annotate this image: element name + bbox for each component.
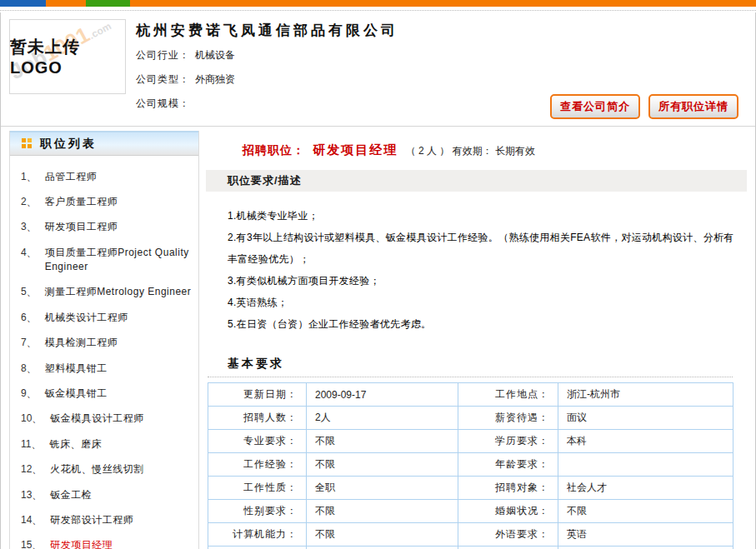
item-number: 8、: [10, 362, 37, 376]
job-title: 研发项目经理: [313, 142, 398, 157]
item-number: 2、: [10, 195, 37, 209]
job-link[interactable]: 钣金模具钳工: [45, 387, 108, 401]
sidebar-item-11[interactable]: 11、铣床、磨床: [10, 432, 193, 457]
item-number: 11、: [10, 437, 41, 452]
logo-placeholder-text: 暂未上传LOGO: [10, 36, 125, 77]
item-number: 1、: [10, 170, 37, 184]
field-label: 计算机能力：: [208, 523, 307, 547]
company-info-value: 机械设备: [195, 49, 235, 61]
item-number: 6、: [10, 311, 37, 325]
job-link[interactable]: 研发项目经理: [50, 538, 113, 549]
job-list-header: 职位列表: [10, 131, 198, 156]
job-link[interactable]: 铣床、磨床: [49, 437, 102, 452]
field-label: 薪资待遇：: [458, 407, 558, 430]
job-link[interactable]: 机械类设计工程师: [45, 311, 128, 325]
job-link[interactable]: 钣金工检: [50, 488, 92, 502]
field-label: 工作地点：: [458, 383, 558, 407]
job-link[interactable]: 测量工程师Metrology Engineer: [45, 285, 192, 299]
field-value: 浙江-杭州市: [558, 383, 733, 407]
job-link[interactable]: 钣金模具设计工程师: [50, 412, 144, 426]
field-label: 婚姻状况：: [458, 500, 558, 523]
job-list: 1、品管工程师2、客户质量工程师3、研发项目工程师4、项目质量工程师Projec…: [10, 156, 198, 549]
sidebar-item-13[interactable]: 13、钣金工检: [10, 482, 193, 507]
field-label: 外语要求：: [458, 523, 558, 547]
job-link[interactable]: 项目质量工程师Project Quality Engineer: [45, 246, 193, 275]
topbar-segment-blue: [0, 0, 46, 7]
field-value: [558, 453, 733, 477]
field-label: 专业要求：: [208, 430, 307, 453]
sidebar-item-2[interactable]: 2、客户质量工程师: [10, 189, 193, 214]
page: Job1001.com 暂未上传LOGO 杭州安费诺飞凤通信部品有限公司 公司行…: [0, 0, 756, 549]
sidebar-item-14[interactable]: 14、研发部设计工程师: [10, 507, 193, 532]
table-row: 性别要求：不限婚姻状况：不限: [208, 500, 733, 523]
field-label: 学历要求：: [458, 430, 558, 453]
field-value: 不限: [307, 430, 458, 453]
requirements-text: 1.机械类专业毕业；2.有3年以上结构设计或塑料模具、钣金模具设计工作经验。（熟…: [228, 205, 738, 335]
field-value: 英语: [558, 523, 733, 547]
company-info-label: 公司规模：: [136, 97, 190, 109]
job-link[interactable]: 客户质量工程师: [45, 195, 118, 209]
requirement-line-5: 5.在日资（台资）企业工作经验者优先考虑。: [228, 313, 738, 335]
company-header: Job1001.com 暂未上传LOGO 杭州安费诺飞凤通信部品有限公司 公司行…: [1, 12, 755, 127]
job-title-label: 招聘职位：: [243, 143, 305, 157]
field-value: 不限: [307, 523, 458, 547]
basic-requirements-table: 更新日期：2009-09-17工作地点：浙江-杭州市招聘人数：2人薪资待遇：面议…: [208, 382, 733, 549]
view-company-profile-button[interactable]: 查看公司简介: [550, 94, 640, 119]
field-value: 全职: [307, 477, 458, 500]
sidebar-item-8[interactable]: 8、塑料模具钳工: [10, 356, 193, 381]
basic-requirements-title: 基本要求: [228, 357, 747, 372]
all-jobs-button[interactable]: 所有职位详情: [648, 94, 738, 119]
sidebar-item-10[interactable]: 10、钣金模具设计工程师: [10, 407, 193, 432]
validity-value: 长期有效: [495, 145, 535, 157]
requirement-line-3: 3.有类似机械方面项目开发经验；: [228, 270, 738, 292]
content-frame: Job1001.com 暂未上传LOGO 杭州安费诺飞凤通信部品有限公司 公司行…: [0, 12, 756, 549]
sidebar-item-15[interactable]: 15、研发项目经理: [10, 533, 193, 549]
job-headcount: （ 2 人 ）: [406, 145, 450, 157]
header-buttons: 查看公司简介所有职位详情: [550, 94, 738, 119]
job-detail-panel: 招聘职位： 研发项目经理 （ 2 人 ） 有效期： 长期有效 职位要求/描述 1…: [206, 131, 747, 549]
job-title-line: 招聘职位： 研发项目经理 （ 2 人 ） 有效期： 长期有效: [243, 142, 747, 158]
sidebar-item-9[interactable]: 9、钣金模具钳工: [10, 382, 193, 407]
item-number: 12、: [10, 462, 42, 477]
field-label: 招聘人数：: [208, 407, 307, 430]
table-row: 招聘人数：2人薪资待遇：面议: [208, 407, 733, 430]
top-color-bar: [0, 0, 756, 7]
company-name: 杭州安费诺飞凤通信部品有限公司: [136, 21, 398, 40]
field-label: 工作经验：: [208, 453, 307, 477]
table-row: 户籍要求：不限是否提供食宿：面议: [208, 547, 733, 549]
company-info-label: 公司行业：: [136, 49, 190, 61]
requirement-line-4: 4.英语熟练；: [228, 292, 738, 313]
sidebar-item-1[interactable]: 1、品管工程师: [10, 164, 193, 189]
job-list-sidebar: 职位列表 1、品管工程师2、客户质量工程师3、研发项目工程师4、项目质量工程师P…: [9, 131, 199, 549]
job-link[interactable]: 品管工程师: [45, 170, 98, 184]
job-link[interactable]: 塑料模具钳工: [45, 362, 108, 376]
field-value: 不限: [307, 500, 458, 523]
item-number: 5、: [10, 285, 37, 299]
sidebar-item-4[interactable]: 4、项目质量工程师Project Quality Engineer: [10, 240, 193, 280]
sidebar-item-7[interactable]: 7、模具检测工程师: [10, 331, 193, 356]
field-value: 2009-09-17: [307, 383, 458, 407]
validity-label: 有效期：: [453, 145, 493, 157]
field-label: 是否提供食宿：: [458, 547, 558, 549]
job-link[interactable]: 研发项目工程师: [45, 220, 118, 234]
sidebar-item-12[interactable]: 12、火花机、慢丝线切割: [10, 457, 193, 482]
job-link[interactable]: 模具检测工程师: [45, 336, 118, 350]
field-label: 更新日期：: [208, 383, 307, 407]
job-list-title: 职位列表: [40, 137, 97, 152]
job-link[interactable]: 研发部设计工程师: [50, 513, 133, 527]
field-value: 不限: [307, 453, 458, 477]
item-number: 4、: [10, 246, 37, 275]
job-link[interactable]: 火花机、慢丝线切割: [50, 462, 144, 477]
table-row: 工作经验：不限年龄要求：: [208, 453, 733, 477]
field-label: 性别要求：: [208, 500, 307, 523]
topbar-segment-orange-2: [130, 0, 756, 7]
sidebar-item-3[interactable]: 3、研发项目工程师: [10, 215, 193, 240]
sidebar-item-6[interactable]: 6、机械类设计工程师: [10, 305, 193, 330]
table-row: 更新日期：2009-09-17工作地点：浙江-杭州市: [208, 383, 733, 407]
field-label: 招聘对象：: [458, 477, 558, 500]
sidebar-item-5[interactable]: 5、测量工程师Metrology Engineer: [10, 280, 193, 305]
field-label: 工作性质：: [208, 477, 307, 500]
topbar-segment-green: [86, 0, 130, 7]
company-info-list: 公司行业：机械设备公司类型：外商独资公司规模：: [136, 48, 398, 111]
item-number: 15、: [10, 538, 42, 549]
